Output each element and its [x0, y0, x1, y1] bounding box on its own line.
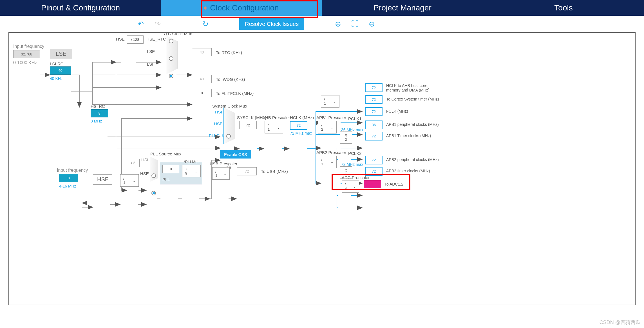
enable-css-button[interactable]: Enable CSS — [220, 150, 251, 159]
ahb-prescaler[interactable]: / 1 ⌄ — [265, 121, 283, 133]
out-adc-value: 18 — [364, 180, 381, 188]
label: AHB Prescaler — [262, 115, 290, 120]
lsi-value: 40 — [50, 66, 71, 75]
sysclk-value: 72 — [239, 121, 257, 129]
label: APB1 Timer clocks (MHz) — [386, 133, 431, 138]
label: To FLITFCLK (MHz) — [216, 91, 254, 96]
label: PCLK2 — [348, 151, 362, 156]
label: Input frequency — [13, 44, 44, 49]
to-rtc-value: 40 — [192, 48, 212, 56]
dropdown-icon: ⌄ — [221, 170, 229, 177]
label: FCLK (MHz) — [386, 109, 408, 113]
out-cortex-value: 72 — [365, 95, 383, 104]
label: APB2 peripheral clocks (MHz) — [386, 157, 439, 162]
rtc-mux-lse[interactable] — [169, 56, 173, 61]
lse-block: LSE — [50, 49, 72, 59]
pllmul-value: X 9 — [182, 165, 192, 177]
pll-div2: / 2 — [127, 159, 140, 167]
out-apb1p-value: 36 — [365, 121, 383, 129]
label: To USB (MHz) — [261, 169, 288, 174]
rtc-mux-hse[interactable] — [169, 39, 173, 43]
label: 0-1000 KHz — [13, 60, 37, 65]
zoom-in-icon[interactable]: ⊕ — [332, 20, 344, 28]
label: HCLK (MHz) — [290, 115, 314, 120]
clock-canvas: Input frequency 32.768 0-1000 KHz LSE LS… — [8, 32, 636, 305]
dropdown-icon: ⌄ — [328, 158, 336, 166]
tab-pinout[interactable]: Pinout & Configuration — [0, 0, 161, 16]
label: PLLCLK — [209, 133, 225, 138]
adc-prescaler[interactable]: / 4 ⌄ — [342, 180, 359, 193]
out-apb2p-value: 72 — [365, 156, 383, 164]
dropdown-icon: ⌄ — [350, 183, 359, 190]
zoom-out-icon[interactable]: ⊖ — [366, 20, 377, 28]
label: HCLK to AHB bus, core, memory and DMA (M… — [386, 83, 434, 92]
pll-mux-hse[interactable] — [151, 191, 156, 195]
dropdown-icon: ⌄ — [192, 168, 200, 175]
usb-prescaler[interactable]: / 1 ⌄ — [212, 167, 230, 180]
fit-icon[interactable]: ⛶ — [349, 20, 361, 28]
label: APB2 Prescaler — [316, 150, 346, 155]
cortex-prescaler[interactable]: / 1 ⌄ — [321, 95, 339, 108]
dropdown-icon: ⌄ — [330, 98, 339, 105]
label: PLL Source Mux — [150, 151, 181, 156]
label: 8 MHz — [91, 119, 102, 123]
label: To Cortex System timer (MHz) — [386, 97, 439, 101]
label: 72 MHz max — [341, 162, 363, 167]
sysmux-hsi[interactable] — [226, 134, 231, 139]
label: To IWDG (KHz) — [216, 77, 245, 82]
out-apb1t-value: 72 — [365, 132, 383, 140]
label: 4-16 MHz — [59, 184, 76, 188]
system-clock-mux — [223, 108, 235, 144]
rtc-mux-lsi[interactable] — [169, 74, 173, 78]
apb1-prescaler[interactable]: / 2 ⌄ — [318, 121, 337, 133]
lse-input[interactable]: 32.768 — [13, 50, 40, 58]
tab-clock-label: Clock Configuration — [210, 3, 279, 12]
label: APB2 timer clocks (MHz) — [386, 169, 430, 173]
label: To ADC1,2 — [384, 182, 403, 186]
dropdown-icon: ⌄ — [328, 124, 336, 131]
apb2-prescaler[interactable]: / 1 ⌄ — [318, 156, 337, 168]
dropdown-icon: ⌄ — [274, 124, 283, 131]
label: HSE — [116, 37, 125, 41]
tabbar: Pinout & Configuration Clock Configurati… — [0, 0, 644, 16]
tab-project[interactable]: Project Manager — [322, 0, 483, 16]
label: SYSCLK (MHz) — [237, 115, 266, 120]
label: *PLLMul — [184, 160, 198, 164]
label: Input frequency — [57, 168, 88, 173]
apb1-x2: X 2 — [340, 131, 352, 144]
watermark: CSDN @四骑西瓜 — [600, 319, 641, 326]
label: HSE — [140, 171, 149, 176]
hse-prescaler-value: / 1 — [120, 175, 130, 186]
label: 72 MHz max — [290, 131, 312, 135]
hse-prescaler[interactable]: / 1 ⌄ — [120, 174, 139, 187]
refresh-icon[interactable]: ↻ — [200, 20, 211, 28]
hsi-value: 8 — [91, 109, 108, 117]
hse-div128: / 128 — [127, 35, 144, 44]
label: LSI — [147, 62, 153, 66]
flitfclk-value: 8 — [192, 89, 212, 97]
label: HSE — [214, 121, 223, 126]
label: HSI — [141, 157, 148, 162]
to-usb-value: 72 — [237, 167, 257, 175]
undo-icon[interactable]: ↶ — [135, 20, 146, 28]
pllmul-select[interactable]: X 9 ⌄ — [182, 165, 201, 177]
redo-icon: ↷ — [152, 20, 163, 28]
resolve-clock-button[interactable]: Resolve Clock Issues — [239, 18, 304, 30]
label: RTC Clock Mux — [162, 31, 192, 36]
label: 40 KHz — [50, 76, 63, 81]
label: To RTC (KHz) — [216, 50, 242, 55]
to-iwdg-value: 40 — [192, 75, 212, 83]
hclk-value[interactable]: 72 — [290, 121, 307, 130]
out-fclk-value: 72 — [365, 107, 383, 116]
out-apb2t-value: 72 — [365, 167, 383, 176]
dropdown-icon: ⌄ — [130, 177, 138, 184]
tab-clock[interactable]: Clock Configuration — [161, 0, 322, 16]
pll-mux-hsi[interactable] — [151, 173, 156, 178]
label: PLL — [162, 177, 170, 182]
label: HSE_RTC — [146, 37, 166, 41]
hse-input[interactable]: 8 — [59, 174, 78, 182]
label: System Clock Mux — [212, 104, 247, 108]
tab-tools[interactable]: Tools — [483, 0, 644, 16]
label: PCLK1 — [348, 116, 362, 121]
out-hclk-value: 72 — [365, 83, 383, 92]
